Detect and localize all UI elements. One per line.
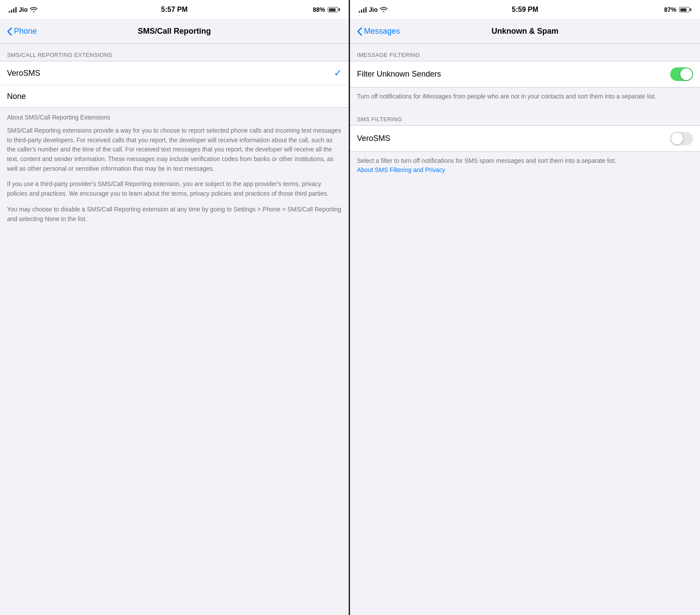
left-status-right: 88% xyxy=(313,6,340,13)
list-item-none[interactable]: None xyxy=(0,85,349,107)
right-content: IMESSAGE FILTERING Filter Unknown Sender… xyxy=(350,44,700,615)
signal-bar-r1 xyxy=(359,11,360,13)
right-status-time: 5:59 PM xyxy=(512,6,538,14)
sms-section-header: SMS FILTERING xyxy=(350,108,700,125)
right-back-label: Messages xyxy=(364,27,400,36)
none-label: None xyxy=(7,92,26,101)
left-signal-bars xyxy=(9,7,17,13)
sms-filtering-privacy-link[interactable]: About SMS Filtering and Privacy xyxy=(357,166,445,173)
left-section-header: SMS/CALL REPORTING EXTENSIONS xyxy=(0,44,349,61)
right-screen: Jio 5:59 PM 87% xyxy=(350,0,700,615)
imessage-list-group: Filter Unknown Senders xyxy=(350,61,700,88)
description-para-3: You may choose to disable a SMS/Call Rep… xyxy=(7,205,342,224)
sms-filter-description-text: Select a filter to turn off notification… xyxy=(357,157,616,164)
right-status-left: Jio xyxy=(359,6,388,14)
verosms-sms-label: VeroSMS xyxy=(357,134,390,143)
right-battery-percent: 87% xyxy=(664,6,676,13)
signal-bar-3 xyxy=(13,8,14,13)
signal-bar-4 xyxy=(15,7,17,13)
right-signal-bars xyxy=(359,7,367,13)
left-back-button[interactable]: Phone xyxy=(7,27,37,36)
right-nav-bar: Messages Unknown & Spam xyxy=(350,19,700,44)
sms-filter-description-block: Select a filter to turn off notification… xyxy=(350,152,700,182)
left-back-label: Phone xyxy=(14,27,37,36)
signal-bar-r2 xyxy=(361,10,362,13)
description-title: About SMS/Call Reporting Extensions xyxy=(7,114,342,121)
left-nav-title: SMS/Call Reporting xyxy=(138,27,211,36)
toggle-knob-off xyxy=(671,133,683,144)
left-battery-icon xyxy=(328,7,340,12)
imessage-section-header: IMESSAGE FILTERING xyxy=(350,44,700,61)
left-carrier: Jio xyxy=(19,6,28,13)
description-para-1: SMS/Call Reporting extensions provide a … xyxy=(7,126,342,173)
filter-unknown-senders-row[interactable]: Filter Unknown Senders xyxy=(350,61,700,87)
verosms-checkmark: ✓ xyxy=(334,67,342,79)
verosms-sms-row[interactable]: VeroSMS xyxy=(350,126,700,151)
filter-unknown-senders-toggle[interactable] xyxy=(670,67,693,81)
right-status-right: 87% xyxy=(664,6,691,13)
right-carrier: Jio xyxy=(369,6,378,13)
imessage-filter-description: Turn off notifications for iMessages fro… xyxy=(350,88,700,108)
description-para-2: If you use a third-party provider's SMS/… xyxy=(7,179,342,198)
left-content: SMS/CALL REPORTING EXTENSIONS VeroSMS ✓ … xyxy=(0,44,349,615)
filter-unknown-senders-label: Filter Unknown Senders xyxy=(357,70,441,79)
left-description-block: About SMS/Call Reporting Extensions SMS/… xyxy=(0,108,349,239)
list-item-verosms[interactable]: VeroSMS ✓ xyxy=(0,61,349,85)
left-status-time: 5:57 PM xyxy=(161,6,187,14)
signal-bar-1 xyxy=(9,11,10,13)
left-battery-percent: 88% xyxy=(313,6,325,13)
right-nav-title: Unknown & Spam xyxy=(491,27,558,36)
right-wifi-icon xyxy=(380,6,388,14)
left-status-bar: Jio 5:57 PM 88% xyxy=(0,0,349,19)
signal-bar-r4 xyxy=(365,7,367,13)
left-wifi-icon xyxy=(30,6,38,14)
left-screen: Jio 5:57 PM 88% xyxy=(0,0,350,615)
left-list-group: VeroSMS ✓ None xyxy=(0,61,349,108)
sms-list-group: VeroSMS xyxy=(350,125,700,152)
right-battery-icon xyxy=(679,7,691,12)
left-status-left: Jio xyxy=(9,6,38,14)
verosms-label: VeroSMS xyxy=(7,69,40,78)
signal-bar-2 xyxy=(11,10,12,13)
left-nav-bar: Phone SMS/Call Reporting xyxy=(0,19,349,44)
right-status-bar: Jio 5:59 PM 87% xyxy=(350,0,700,19)
toggle-knob-on xyxy=(680,68,692,80)
signal-bar-r3 xyxy=(363,8,364,13)
right-back-button[interactable]: Messages xyxy=(357,27,400,36)
verosms-sms-toggle[interactable] xyxy=(670,132,693,145)
